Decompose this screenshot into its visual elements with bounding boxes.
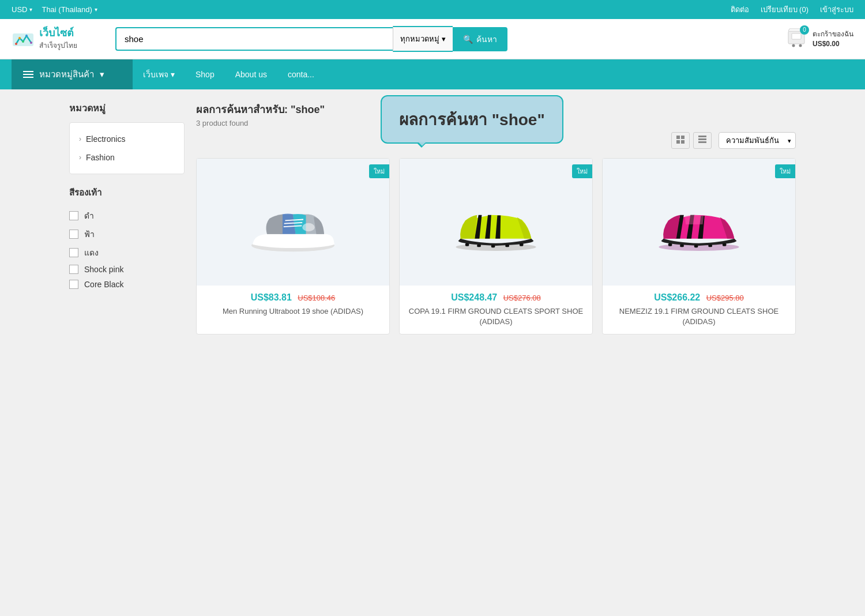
- svg-rect-24: [477, 244, 481, 247]
- checkbox-black[interactable]: [69, 211, 78, 220]
- product-price-original-2: US$276.08: [503, 294, 541, 302]
- svg-point-3: [22, 40, 24, 43]
- search-input[interactable]: [115, 27, 393, 51]
- svg-point-8: [799, 44, 802, 47]
- sort-select[interactable]: ความสัมพันธ์กัน: [719, 132, 796, 149]
- svg-rect-13: [681, 140, 685, 144]
- sidebar-color-filter-title: สีรองเท้า: [69, 186, 185, 200]
- nav-links: เว็บเพจ ▾ Shop About us conta...: [133, 60, 325, 89]
- nav-link-webpages[interactable]: เว็บเพจ ▾: [133, 60, 185, 89]
- product-price-sale-2: US$248.47: [451, 292, 497, 302]
- categories-arrow: ▾: [100, 69, 104, 80]
- list-icon: [698, 136, 706, 144]
- color-filter-coreblack[interactable]: Core Black: [69, 277, 185, 292]
- color-filter-blue[interactable]: ฟ้า: [69, 225, 185, 243]
- sort-wrapper: ความสัมพันธ์กัน ▾: [719, 132, 796, 149]
- product-image-3: [647, 182, 751, 262]
- nav-bar: หมวดหมู่สินค้า ▾ เว็บเพจ ▾ Shop About us…: [0, 59, 865, 89]
- checkbox-coreblack[interactable]: [69, 280, 78, 289]
- checkbox-shockpink[interactable]: [69, 265, 78, 274]
- color-filter-black[interactable]: ดำ: [69, 206, 185, 225]
- product-area: ผลการค้นหา "shoe" ผลการค้นหาสำหรับ: "sho…: [196, 101, 796, 335]
- cart-icon-wrap: 0: [786, 28, 807, 51]
- search-button[interactable]: 🔍 ค้นหา: [453, 27, 507, 51]
- svg-rect-25: [491, 245, 495, 247]
- color-filter-red[interactable]: แดง: [69, 243, 185, 262]
- svg-rect-12: [676, 140, 680, 144]
- sidebar: หมวดหมู่ › Electronics › Fashion สีรองเท…: [69, 101, 185, 335]
- sidebar-category-title: หมวดหมู่: [69, 101, 185, 115]
- top-bar-left: USD ▾ Thai (Thailand) ▾: [12, 5, 97, 14]
- product-info-2: US$248.47 US$276.08 COPA 19.1 FIRM GROUN…: [400, 286, 592, 334]
- product-price-original-3: US$295.80: [706, 294, 744, 302]
- svg-point-7: [792, 44, 795, 47]
- svg-rect-26: [505, 244, 509, 247]
- nav-categories-btn[interactable]: หมวดหมู่สินค้า ▾: [12, 59, 133, 89]
- svg-point-5: [30, 42, 32, 44]
- currency-selector[interactable]: USD ▾: [12, 5, 32, 14]
- svg-rect-30: [680, 244, 684, 247]
- product-image-2: [444, 182, 548, 262]
- product-image-area-2: ใหม่: [400, 159, 592, 286]
- sidebar-item-fashion[interactable]: › Fashion: [70, 148, 184, 167]
- grid-view-btn[interactable]: [671, 132, 690, 149]
- sidebar-category-box: › Electronics › Fashion: [69, 122, 185, 174]
- chevron-right-icon: ›: [79, 135, 81, 143]
- language-arrow: ▾: [95, 6, 97, 13]
- svg-rect-27: [520, 243, 524, 246]
- product-price-sale-3: US$266.22: [654, 292, 700, 302]
- login-link[interactable]: เข้าสู่ระบบ: [820, 3, 853, 16]
- header: เว็บไซต์ สำเร็จรูปไทย ทุกหมวดหมู่ ▾ 🔍 ค้…: [0, 19, 865, 59]
- svg-point-1: [15, 43, 17, 45]
- search-category-dropdown[interactable]: ทุกหมวดหมู่ ▾: [393, 26, 453, 52]
- svg-rect-11: [681, 136, 685, 139]
- view-toggle: [671, 132, 712, 149]
- product-card-1[interactable]: ใหม่: [196, 158, 390, 335]
- grid-icon: [676, 136, 685, 144]
- top-bar-right: ติดต่อ เปรียบเทียบ (0) เข้าสู่ระบบ: [731, 3, 854, 16]
- search-icon: 🔍: [463, 35, 473, 44]
- search-tooltip: ผลการค้นหา "shoe": [381, 95, 563, 144]
- top-bar: USD ▾ Thai (Thailand) ▾ ติดต่อ เปรียบเที…: [0, 0, 865, 19]
- svg-rect-9: [792, 33, 801, 39]
- chevron-right-icon: ›: [79, 153, 81, 161]
- product-image-area-3: ใหม่: [603, 159, 795, 286]
- compare-link[interactable]: เปรียบเทียบ (0): [761, 3, 809, 16]
- product-image-area-1: ใหม่: [197, 159, 389, 286]
- svg-rect-16: [698, 141, 706, 143]
- logo-icon: [12, 28, 35, 51]
- svg-rect-14: [698, 136, 706, 137]
- product-card-2[interactable]: ใหม่: [399, 158, 593, 335]
- sidebar-item-electronics[interactable]: › Electronics: [70, 130, 184, 148]
- product-info-3: US$266.22 US$295.80 NEMEZIZ 19.1 FIRM GR…: [603, 286, 795, 334]
- cart-area[interactable]: 0 ตะกร้าของฉัน US$0.00: [786, 28, 853, 51]
- product-price-sale-1: US$83.81: [251, 292, 292, 302]
- cart-badge: 0: [800, 25, 809, 35]
- svg-rect-33: [723, 243, 727, 246]
- svg-point-4: [25, 35, 28, 37]
- product-name-2: COPA 19.1 FIRM GROUND CLEATS SPORT SHOE …: [407, 306, 585, 327]
- svg-rect-15: [698, 138, 706, 140]
- hamburger-icon: [23, 71, 33, 78]
- svg-rect-29: [668, 243, 672, 246]
- svg-rect-32: [708, 244, 712, 247]
- color-filter-shockpink[interactable]: Shock pink: [69, 262, 185, 277]
- svg-point-21: [302, 223, 315, 231]
- contact-link[interactable]: ติดต่อ: [731, 3, 749, 16]
- list-view-btn[interactable]: [693, 132, 712, 149]
- nav-link-about[interactable]: About us: [225, 62, 277, 87]
- new-badge-1: ใหม่: [369, 164, 389, 178]
- main-content: หมวดหมู่ › Electronics › Fashion สีรองเท…: [58, 89, 807, 346]
- logo[interactable]: เว็บไซต์ สำเร็จรูปไทย: [12, 27, 104, 51]
- product-image-1: [241, 182, 345, 262]
- svg-point-2: [18, 37, 21, 39]
- search-area: ทุกหมวดหมู่ ▾ 🔍 ค้นหา: [115, 26, 507, 52]
- language-selector[interactable]: Thai (Thailand) ▾: [42, 5, 97, 14]
- product-card-3[interactable]: ใหม่: [602, 158, 796, 335]
- checkbox-blue[interactable]: [69, 230, 78, 239]
- logo-text: เว็บไซต์: [39, 27, 77, 40]
- nav-link-contact[interactable]: conta...: [277, 62, 325, 87]
- nav-link-shop[interactable]: Shop: [185, 62, 225, 87]
- checkbox-red[interactable]: [69, 248, 78, 257]
- product-name-1: Men Running Ultraboot 19 shoe (ADIDAS): [204, 306, 382, 317]
